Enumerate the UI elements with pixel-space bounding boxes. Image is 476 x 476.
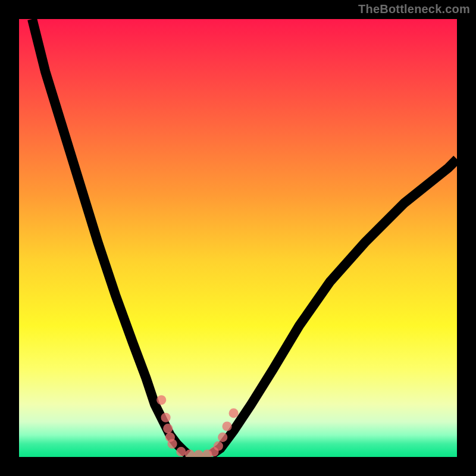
- watermark-text: TheBottleneck.com: [358, 2, 470, 16]
- left-curve-path: [32, 19, 187, 455]
- marker-dot: [168, 439, 177, 449]
- marker-dot: [229, 408, 239, 418]
- marker-dot: [194, 450, 203, 457]
- marker-dot: [223, 421, 232, 431]
- marker-dot: [218, 433, 227, 442]
- marker-dot: [176, 447, 186, 456]
- chart-svg: [19, 19, 457, 457]
- marker-dot: [156, 395, 166, 405]
- plot-area: [19, 19, 457, 457]
- marker-dot: [163, 424, 173, 433]
- right-curve-path: [212, 159, 457, 455]
- marker-dot: [161, 413, 170, 422]
- chart-frame: TheBottleneck.com: [0, 0, 476, 476]
- marker-dot: [214, 441, 223, 451]
